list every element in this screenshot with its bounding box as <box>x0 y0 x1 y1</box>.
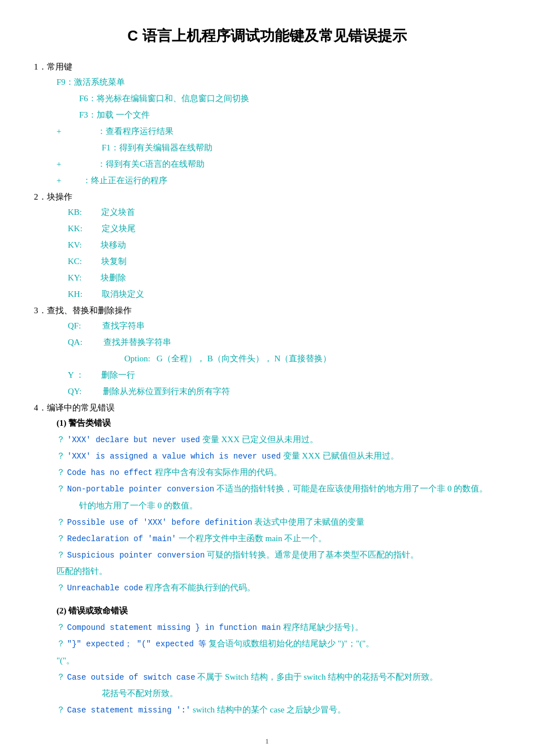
err-3: ？ Case outside of switch case 不属于 Switch… <box>57 669 500 685</box>
section-3: 3．查找、替换和删除操作 QF: 查找字符串 QA: 查找并替换字符串 Opti… <box>34 303 500 399</box>
section-4: 4．编译中的常见错误 (1) 警告类错误 ？ 'XXX' declare but… <box>34 400 500 718</box>
warn-8: ？ Unreachable code 程序含有不能执行到的代码。 <box>57 580 500 595</box>
key-kv: KV: 块移动 <box>68 237 500 253</box>
page-title: C 语言上机程序调试功能键及常见错误提示 <box>34 23 500 49</box>
key-alt-f1: + ：得到有关C语言的在线帮助 <box>57 157 500 172</box>
warn-4-cont: 针的地方用了一个非 0 的数值。 <box>79 498 500 513</box>
key-y: Y ： 删除一行 <box>68 368 500 383</box>
warn-1: ？ 'XXX' declare but never used 变量 XXX 已定… <box>57 432 500 447</box>
err-2: ？ "}" expected； "(" expected 等 复合语句或数组初始… <box>57 636 500 651</box>
warn-2: ？ 'XXX' is assigned a value which is nev… <box>57 448 500 464</box>
err-1: ？ Compound statement missing } in functi… <box>57 620 500 635</box>
warn-3: ？ Code has no effect 程序中含有没有实际作用的代码。 <box>57 465 500 480</box>
section-4-heading: 4．编译中的常见错误 <box>34 403 115 412</box>
key-f1: F1：得到有关编辑器在线帮助 <box>102 140 500 155</box>
err-4: ？ Case statement missing ':' switch 结构中的… <box>57 702 500 718</box>
section-3-heading: 3．查找、替换和删除操作 <box>34 306 132 315</box>
warn-7: ？ Suspicious pointer conversion 可疑的指针转换。… <box>57 547 500 563</box>
section-1: 1．常用键 F9：激活系统菜单 F6：将光标在编辑窗口和、信息窗口之间切换 F3… <box>34 59 500 188</box>
key-qa: QA: 查找并替换字符串 <box>68 335 500 350</box>
warn-7-cont: 匹配的指针。 <box>57 564 500 579</box>
key-qf: QF: 查找字符串 <box>68 318 500 334</box>
key-kc: KC: 块复制 <box>68 254 500 269</box>
err-2-cont: "("。 <box>57 653 500 668</box>
subsection-2-title: (2) 错误或致命错误 <box>57 603 500 619</box>
err-3-cont: 花括号不配对所致。 <box>102 686 500 701</box>
key-ctrl-f9: + ：终止正在运行的程序 <box>57 173 500 188</box>
key-kh: KH: 取消块定义 <box>68 287 500 302</box>
warn-5: ？ Possible use of 'XXX' before definitio… <box>57 515 500 530</box>
page-number: 1 <box>34 735 500 748</box>
key-ky: KY: 块删除 <box>68 270 500 286</box>
subsection-1-title: (1) 警告类错误 <box>57 416 500 431</box>
key-f9: F9：激活系统菜单 <box>57 75 500 90</box>
warn-4: ？ Non-portable pointer conversion 不适当的指针… <box>57 481 500 496</box>
key-kk: KK: 定义块尾 <box>68 221 500 236</box>
key-f3: F3：加载 一个文件 <box>79 107 500 123</box>
key-qy: QY: 删除从光标位置到行末的所有字符 <box>68 384 500 399</box>
subsection-1: (1) 警告类错误 ？ 'XXX' declare but never used… <box>57 416 500 596</box>
section-1-heading: 1．常用键 <box>34 62 72 71</box>
section-2: 2．块操作 KB: 定义块首 KK: 定义块尾 KV: 块移动 KC: 块复制 … <box>34 189 500 302</box>
key-f6: F6：将光标在编辑窗口和、信息窗口之间切换 <box>79 91 500 106</box>
key-option: Option: G（全程）， B（向文件头）， N（直接替换） <box>124 351 500 366</box>
warn-6: ？ Redeclaration of 'main' 一个程序文件中主函数 mai… <box>57 531 500 546</box>
subsection-2: (2) 错误或致命错误 ？ Compound statement missing… <box>57 603 500 718</box>
key-kb: KB: 定义块首 <box>68 205 500 220</box>
key-alt-f4: + ：查看程序运行结果 <box>57 124 500 139</box>
section-2-heading: 2．块操作 <box>34 192 72 201</box>
